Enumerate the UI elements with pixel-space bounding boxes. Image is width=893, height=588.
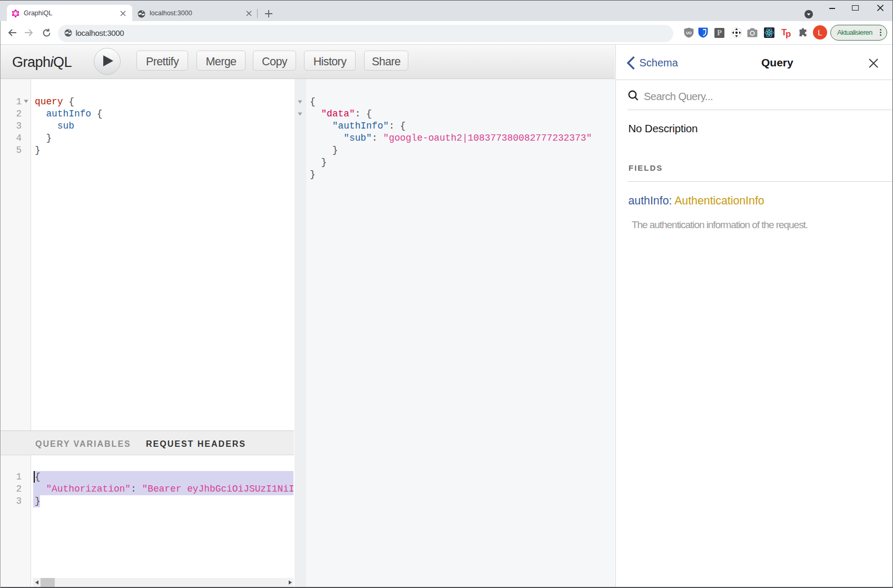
svg-text:UO: UO [686, 31, 692, 35]
